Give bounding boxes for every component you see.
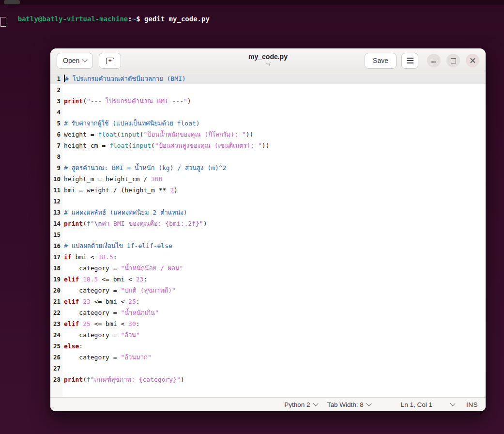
code-line-8[interactable]: 8 — [50, 151, 486, 162]
code-text: elif 18.5 <= bmi < 23: — [62, 274, 147, 285]
code-line-27[interactable]: 27 — [50, 363, 486, 374]
maximize-button[interactable] — [446, 54, 460, 67]
statusbar: Python 2 Tab Width: 8 Ln 1, Col 1 INS — [50, 397, 486, 411]
prompt-dollar: $ — [136, 15, 140, 23]
code-line-14[interactable]: 14print(f"\nค่า BMI ของคุณคือ: {bmi:.2f}… — [50, 218, 486, 229]
code-line-19[interactable]: 19elif 18.5 <= bmi < 23: — [50, 274, 486, 285]
line-number: 14 — [50, 218, 62, 229]
code-text: category = "ปกติ (สุขภาพดี)" — [62, 285, 176, 296]
hamburger-menu-button[interactable] — [401, 53, 418, 69]
chevron-down-icon — [82, 57, 88, 62]
terminal-command: gedit my_code.py — [140, 15, 210, 23]
line-number: 13 — [50, 207, 62, 218]
code-line-28[interactable]: 28print(f"เกณฑ์สุขภาพ: {category}") — [50, 374, 486, 385]
hamburger-icon — [407, 60, 413, 61]
maximize-icon — [451, 58, 456, 63]
code-text: height_cm = float(input("ป้อนส่วนสูงของค… — [62, 140, 269, 151]
line-number: 27 — [50, 363, 62, 374]
line-number: 3 — [50, 95, 62, 107]
minimize-button[interactable] — [427, 54, 441, 67]
code-line-21[interactable]: 21elif 23 <= bmi < 25: — [50, 296, 486, 307]
code-line-22[interactable]: 22 category = "น้ำหนักเกิน" — [50, 307, 486, 318]
code-line-18[interactable]: 18 category = "น้ำหนักน้อย / ผอม" — [50, 263, 486, 274]
line-number: 23 — [50, 318, 62, 329]
minimize-icon — [431, 62, 436, 62]
code-line-16[interactable]: 16# แปลผลด้วยเงื่อนไข if-elif-else — [50, 240, 486, 251]
code-line-10[interactable]: 10height_m = height_cm / 100 — [50, 173, 486, 185]
code-editor[interactable]: 1# โปรแกรมคำนวณค่าดัชนีมวลกาย (BMI)23pri… — [50, 73, 486, 397]
code-line-7[interactable]: 7height_cm = float(input("ป้อนส่วนสูงของ… — [50, 140, 486, 151]
save-button-label: Save — [373, 57, 388, 64]
line-number: 28 — [50, 374, 62, 385]
code-line-24[interactable]: 24 category = "อ้วน" — [50, 329, 486, 341]
chevron-down-icon — [313, 401, 318, 406]
line-number: 17 — [50, 251, 62, 263]
line-number: 8 — [50, 151, 62, 162]
insert-mode-indicator: INS — [466, 401, 478, 408]
open-button[interactable]: Open — [57, 53, 93, 69]
gedit-window: Open + my_code.py ~/ Save — [50, 48, 486, 411]
code-text: elif 23 <= bmi < 25: — [62, 296, 140, 307]
code-line-26[interactable]: 26 category = "อ้วนมาก" — [50, 352, 486, 363]
code-text: category = "อ้วนมาก" — [62, 352, 152, 363]
tab-width-selector[interactable]: Tab Width: 8 — [327, 401, 371, 408]
line-number: 9 — [50, 162, 62, 173]
new-tab-button[interactable]: + — [99, 53, 121, 69]
code-line-23[interactable]: 23elif 25 <= bmi < 30: — [50, 318, 486, 329]
code-text: # รับค่าจากผู้ใช้ (แปลงเป็นทศนิยมด้วย fl… — [62, 118, 200, 129]
code-text: weight = float(input("ป้อนน้ำหนักของคุณ … — [62, 129, 253, 140]
line-number: 20 — [50, 285, 62, 296]
gedit-headerbar: Open + my_code.py ~/ Save — [50, 48, 486, 73]
code-text: print(f"\nค่า BMI ของคุณคือ: {bmi:.2f}") — [62, 218, 207, 229]
code-line-3[interactable]: 3print("--- โปรแกรมคำนวณ BMI ---") — [50, 95, 486, 107]
cursor-position[interactable]: Ln 1, Col 1 — [401, 401, 432, 408]
code-text: bmi = weight / (height_m ** 2) — [62, 185, 178, 196]
code-line-9[interactable]: 9# สูตรคำนวณ: BMI = น้ำหนัก (kg) / ส่วนส… — [50, 162, 486, 173]
code-line-13[interactable]: 13# แสดงผลลัพธ์ (แสดงทศนิยม 2 ตำแหน่ง) — [50, 207, 486, 218]
code-line-11[interactable]: 11bmi = weight / (height_m ** 2) — [50, 185, 486, 196]
line-number: 26 — [50, 352, 62, 363]
code-text: # แสดงผลลัพธ์ (แสดงทศนิยม 2 ตำแหน่ง) — [62, 207, 187, 218]
code-text: height_m = height_cm / 100 — [62, 173, 163, 185]
code-text: print(f"เกณฑ์สุขภาพ: {category}") — [62, 374, 184, 385]
code-text: else: — [62, 341, 83, 352]
save-button[interactable]: Save — [365, 53, 397, 69]
code-text: if bmi < 18.5: — [62, 251, 117, 263]
goto-line-selector[interactable] — [451, 403, 455, 405]
line-number: 22 — [50, 307, 62, 318]
code-line-5[interactable]: 5# รับค่าจากผู้ใช้ (แปลงเป็นทศนิยมด้วย f… — [50, 118, 486, 129]
language-selector[interactable]: Python 2 — [284, 401, 317, 408]
prompt-path: ~ — [132, 15, 136, 23]
code-line-4[interactable]: 4 — [50, 107, 486, 118]
line-number: 1 — [50, 73, 62, 84]
code-line-12[interactable]: 12 — [50, 196, 486, 207]
terminal-tab[interactable] — [4, 0, 20, 4]
code-text: category = "น้ำหนักน้อย / ผอม" — [62, 263, 183, 274]
code-line-1[interactable]: 1# โปรแกรมคำนวณค่าดัชนีมวลกาย (BMI) — [50, 73, 486, 84]
close-icon — [470, 58, 475, 63]
code-line-25[interactable]: 25else: — [50, 341, 486, 352]
code-text: # สูตรคำนวณ: BMI = น้ำหนัก (kg) / ส่วนสู… — [62, 162, 226, 173]
window-title-box: my_code.py ~/ — [248, 53, 288, 67]
code-text — [62, 107, 64, 118]
code-line-2[interactable]: 2 — [50, 84, 486, 95]
line-number: 15 — [50, 229, 62, 240]
code-line-6[interactable]: 6weight = float(input("ป้อนน้ำหนักของคุณ… — [50, 129, 486, 140]
line-number: 5 — [50, 118, 62, 129]
terminal-cursor — [0, 17, 6, 27]
chevron-down-icon — [366, 401, 371, 406]
code-text — [62, 229, 64, 240]
prompt-user-host: batly@batly-virtual-machine — [18, 15, 128, 23]
code-line-15[interactable]: 15 — [50, 229, 486, 240]
code-line-20[interactable]: 20 category = "ปกติ (สุขภาพดี)" — [50, 285, 486, 296]
terminal-prompt-line[interactable]: batly@batly-virtual-machine:~$ gedit my_… — [1, 7, 210, 31]
language-label: Python 2 — [284, 401, 310, 408]
line-number: 19 — [50, 274, 62, 285]
new-tab-icon: + — [106, 58, 114, 64]
line-number: 16 — [50, 240, 62, 251]
line-number: 21 — [50, 296, 62, 307]
code-text: category = "อ้วน" — [62, 329, 140, 341]
close-button[interactable] — [466, 54, 479, 67]
code-line-17[interactable]: 17if bmi < 18.5: — [50, 251, 486, 263]
line-number: 24 — [50, 329, 62, 341]
